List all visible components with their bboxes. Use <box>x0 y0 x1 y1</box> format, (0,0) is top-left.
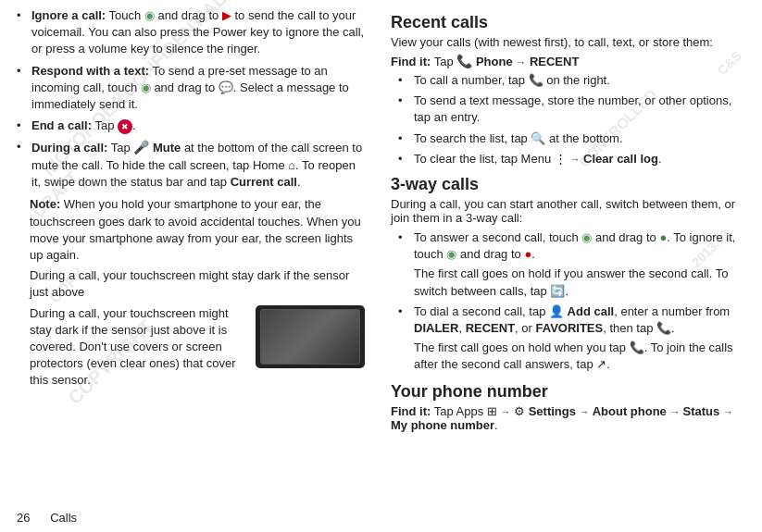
icon-drag-green: ● <box>659 230 667 244</box>
icon-menu-dots: ⋮ <box>555 152 567 166</box>
icon-hold-phone: 📞 <box>630 340 644 354</box>
page-label-value: Calls <box>50 511 77 525</box>
mute-label: Mute <box>153 141 181 155</box>
bullet-ignore-call: • Ignore a call: Touch ◉ and drag to ▶ t… <box>17 7 365 58</box>
your-phone-number-find-it: Find it: Tap Apps ⊞ → ⚙ Settings → About… <box>391 404 749 432</box>
bullet-ignore-content: Ignore a call: Touch ◉ and drag to ▶ to … <box>31 7 365 58</box>
threeway-bullet-1: • To answer a second call, touch ◉ and d… <box>398 229 749 300</box>
sbullet-3: • <box>398 130 411 147</box>
phone-app-label: Phone <box>476 55 513 68</box>
bullet-dot-3: • <box>17 118 28 134</box>
bullet-dot-4: • <box>17 139 28 155</box>
clear-call-log-label: Clear call log <box>583 152 658 166</box>
add-call-label: Add call <box>568 304 615 318</box>
para-with-image: During a call, your touchscreen might st… <box>30 305 365 390</box>
icon-switch-calls: 🔄 <box>550 284 565 298</box>
icon-settings: ⚙ <box>514 404 525 418</box>
scontent-tw1: To answer a second call, touch ◉ and dra… <box>414 229 749 300</box>
threeway-bullet-2: • To dial a second call, tap 👤 Add call,… <box>398 303 749 374</box>
sbullet-1: • <box>398 72 411 89</box>
scontent-4: To clear the list, tap Menu ⋮ → Clear ca… <box>414 151 749 167</box>
scontent-tw2: To dial a second call, tap 👤 Add call, e… <box>414 303 749 374</box>
arrow-apps: → <box>500 406 510 417</box>
recent-calls-find-it: Find it: Tap 📞 Phone → RECENT <box>391 54 749 68</box>
arrow-settings: → <box>580 406 593 417</box>
recent-bullet-4: • To clear the list, tap Menu ⋮ → Clear … <box>398 151 749 167</box>
page-container: MOTOROLA CONFIDENTIAL DRAFT COPY COPYRIG… <box>0 0 762 532</box>
sbullet-2: • <box>398 93 411 109</box>
icon-mute-mic: 🎤 <box>133 140 149 155</box>
sbullet-tw1: • <box>398 229 411 246</box>
recent-bullet-1: • To call a number, tap 📞 on the right. <box>398 72 749 89</box>
icon-ignore: ◉ <box>446 246 456 263</box>
icon-sms: 💬 <box>219 80 233 94</box>
ignore-label: Ignore a call: <box>31 8 106 22</box>
page-num-value: 26 <box>17 511 30 525</box>
icon-drag-red: ● <box>524 247 531 261</box>
your-phone-number-title: Your phone number <box>391 382 749 402</box>
icon-call-right: 📞 <box>529 73 543 87</box>
bullet-respond-text: • Respond with a text: To send a pre-set… <box>17 63 365 114</box>
about-phone-label: About phone <box>593 404 667 418</box>
arrow-clear: → <box>569 154 580 165</box>
arrow-status: → <box>723 406 733 417</box>
icon-answer: ◉ <box>581 229 592 246</box>
recent-label-2: RECENT <box>466 321 515 335</box>
arrow-1: → <box>516 56 526 68</box>
sbullet-tw2: • <box>398 303 411 320</box>
icon-home: ⌂ <box>288 158 295 172</box>
icon-search: 🔍 <box>531 131 545 145</box>
favorites-label: FAVORITES <box>535 321 603 335</box>
three-way-calls-section: 3-way calls During a call, you can start… <box>391 175 749 374</box>
recent-label: RECENT <box>530 55 579 68</box>
icon-dial-phone: 📞 <box>656 321 671 335</box>
phone-screen-inner <box>260 309 360 365</box>
left-column: • Ignore a call: Touch ◉ and drag to ▶ t… <box>0 0 378 532</box>
bullet-dot-2: • <box>17 63 28 80</box>
sbullet-4: • <box>398 151 411 167</box>
note-text: When you hold your smartphone to your ea… <box>30 197 361 262</box>
right-column: Recent calls View your calls (with newes… <box>378 0 762 532</box>
current-call-label: Current call <box>231 175 297 189</box>
recent-bullet-2: • To send a text message, store the numb… <box>398 93 749 126</box>
threeway-note-2: The first call goes on hold when you tap… <box>414 340 749 373</box>
para-text: During a call, your touchscreen might st… <box>30 267 365 301</box>
bullet-end-call: • End a call: Tap ✖. <box>17 118 365 134</box>
recent-bullet-3: • To search the list, tap 🔍 at the botto… <box>398 130 749 147</box>
find-it-label-2: Find it: <box>391 404 431 418</box>
three-way-subtitle: During a call, you can start another cal… <box>391 197 749 225</box>
find-it-label-1: Find it: <box>391 55 431 68</box>
icon-phone-respond: ◉ <box>141 80 151 96</box>
during-label: During a call: <box>31 141 107 155</box>
bullet-during-call: • During a call: Tap 🎤 Mute at the botto… <box>17 139 365 191</box>
scontent-3: To search the list, tap 🔍 at the bottom. <box>414 130 749 147</box>
respond-label: Respond with a text: <box>31 64 149 78</box>
bullet-dot-1: • <box>17 7 28 24</box>
bullet-end-content: End a call: Tap ✖. <box>31 118 365 134</box>
note-label: Note: <box>30 197 60 211</box>
note-block: Note: When you hold your smartphone to y… <box>30 196 365 264</box>
scontent-2: To send a text message, store the number… <box>414 93 749 126</box>
settings-label: Settings <box>529 404 576 418</box>
recent-calls-subtitle: View your calls (with newest first), to … <box>391 35 749 49</box>
icon-merge-calls: ↗ <box>596 357 606 371</box>
threeway-note-1: The first call goes on hold if you answe… <box>414 266 749 299</box>
page-number: 26 Calls <box>17 511 77 525</box>
icon-end-call: ✖ <box>118 119 132 134</box>
status-label: Status <box>683 404 720 418</box>
recent-calls-title: Recent calls <box>391 13 749 32</box>
para-block: During a call, your touchscreen might st… <box>30 267 365 301</box>
your-phone-number-section: Your phone number Find it: Tap Apps ⊞ → … <box>391 382 749 432</box>
bullet-respond-content: Respond with a text: To send a pre-set m… <box>31 63 365 114</box>
three-way-title: 3-way calls <box>391 175 749 194</box>
dialer-label: DIALER <box>414 321 458 335</box>
recent-calls-section: Recent calls View your calls (with newes… <box>391 13 749 167</box>
icon-add-call: 👤 <box>549 304 564 318</box>
phone-screenshot <box>256 305 365 368</box>
bullet-during-content: During a call: Tap 🎤 Mute at the bottom … <box>31 139 365 191</box>
icon-phone-ignore: ◉ <box>144 7 155 24</box>
arrow-about: → <box>669 406 682 417</box>
end-label: End a call: <box>31 118 92 132</box>
icon-phone-app: 📞 <box>456 54 472 68</box>
icon-forward: ▶ <box>222 8 231 22</box>
